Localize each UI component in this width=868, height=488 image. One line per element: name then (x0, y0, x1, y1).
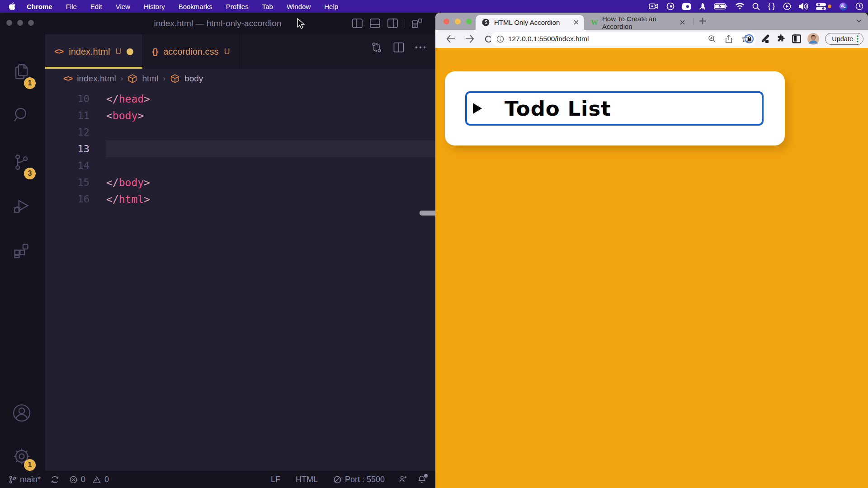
back-icon[interactable] (446, 35, 455, 43)
warnings-icon (92, 475, 101, 484)
account-icon[interactable] (12, 403, 32, 423)
problems-item[interactable]: 0 0 (69, 475, 109, 484)
git-status-flag: U (115, 47, 121, 56)
code-line-14[interactable]: 14 (45, 157, 435, 174)
line-content: <body> (106, 110, 144, 122)
chrome-tab-strip: HTML Only Accordion W How To Create an A… (435, 13, 868, 30)
darkmode-extension-icon[interactable] (792, 34, 802, 44)
apple-menu-icon[interactable] (9, 2, 16, 10)
control-center-icon[interactable] (816, 3, 831, 10)
breadcrumb-file[interactable]: index.html (77, 74, 116, 84)
chevron-right-icon: › (163, 74, 165, 83)
siri-icon[interactable] (839, 2, 848, 11)
rocket-icon[interactable] (698, 2, 706, 10)
colorpicker-extension-icon[interactable] (760, 34, 770, 44)
record-icon[interactable] (666, 2, 675, 10)
address-bar[interactable]: 127.0.0.1:5500/index.html (491, 32, 756, 46)
tab-search-chevron-icon[interactable] (856, 19, 862, 23)
eol-indicator[interactable]: LF (271, 475, 280, 484)
url-text[interactable]: 127.0.0.1:5500/index.html (508, 35, 589, 43)
search-icon[interactable] (12, 106, 31, 125)
profile-avatar[interactable] (807, 33, 819, 45)
zoom-window-button[interactable] (466, 19, 472, 24)
unsaved-changes-dot[interactable] (127, 48, 133, 55)
line-number: 11 (45, 110, 90, 121)
volume-icon[interactable] (799, 3, 808, 10)
clock-icon[interactable] (855, 2, 863, 10)
menu-item-history[interactable]: History (144, 3, 165, 10)
browser-tab-active[interactable]: HTML Only Accordion (476, 15, 584, 30)
tab-accordion-css[interactable]: {} accordion.css U (143, 34, 239, 69)
toggle-sidebar-icon[interactable] (352, 18, 363, 29)
sync-icon (51, 475, 59, 484)
menu-item-window[interactable]: Window (287, 3, 311, 10)
window-resize-sash[interactable] (420, 211, 437, 216)
language-mode[interactable]: HTML (296, 475, 318, 484)
breadcrumb-html[interactable]: html (142, 74, 158, 84)
git-branch-icon (8, 475, 17, 484)
tab-index-html[interactable]: <> index.html U (45, 34, 143, 69)
live-server-port[interactable]: Port : 5500 (333, 475, 385, 484)
wifi-icon[interactable] (735, 3, 745, 10)
battery-icon[interactable] (714, 3, 727, 9)
share-icon[interactable] (725, 35, 732, 43)
code-line-13[interactable]: 13 (45, 141, 435, 157)
facetime-icon[interactable] (682, 3, 691, 10)
source-control-badge: 3 (24, 168, 36, 179)
git-branch-item[interactable]: main* (8, 475, 41, 484)
menu-item-profiles[interactable]: Profiles (226, 3, 249, 10)
toggle-panel-icon[interactable] (369, 18, 381, 29)
site-info-icon[interactable] (496, 35, 504, 43)
code-line-15[interactable]: 15</body> (45, 174, 435, 191)
close-tab-icon[interactable] (680, 20, 685, 25)
notifications-item[interactable] (417, 475, 426, 484)
line-number: 16 (45, 193, 90, 205)
update-chrome-button[interactable]: Update (825, 33, 863, 45)
code-line-11[interactable]: 11<body> (45, 107, 435, 124)
customize-layout-icon[interactable] (411, 18, 423, 29)
line-content: </html> (106, 193, 150, 205)
close-tab-icon[interactable] (574, 20, 579, 25)
more-actions-icon[interactable] (415, 45, 426, 50)
open-changes-icon[interactable] (370, 41, 383, 54)
braces-menu-icon[interactable] (768, 3, 775, 10)
code-line-12[interactable]: 12 (45, 124, 435, 141)
chevron-right-icon: › (121, 74, 123, 83)
run-debug-icon[interactable] (12, 197, 31, 216)
code-editor[interactable]: 10</head>11<body>12131415</body>16</html… (45, 90, 435, 207)
screen: Chrome File Edit View History Bookmarks … (0, 0, 868, 488)
w3schools-favicon: W (591, 19, 598, 27)
menu-app-name[interactable]: Chrome (27, 3, 52, 10)
close-window-button[interactable] (443, 19, 449, 24)
minimize-window-button[interactable] (455, 19, 461, 24)
extensions-icon[interactable] (12, 241, 31, 260)
breadcrumb-body[interactable]: body (184, 74, 203, 84)
feedback-item[interactable] (398, 475, 407, 484)
screen-record-icon[interactable] (649, 3, 659, 9)
browser-tab-inactive[interactable]: W How To Create an Accordion (586, 15, 690, 30)
menu-item-file[interactable]: File (66, 3, 77, 10)
spotlight-search-icon[interactable] (752, 3, 760, 10)
forward-icon[interactable] (465, 35, 474, 43)
privacy-extension-icon[interactable] (744, 34, 754, 44)
extensions-puzzle-icon[interactable] (776, 34, 786, 44)
code-line-16[interactable]: 16</html> (45, 191, 435, 207)
warning-count: 0 (104, 475, 109, 484)
play-circle-icon[interactable] (783, 2, 791, 10)
toggle-secondary-sidebar-icon[interactable] (387, 18, 398, 29)
menu-item-help[interactable]: Help (324, 3, 338, 10)
css-file-icon: {} (152, 47, 158, 56)
zoom-page-icon[interactable] (708, 35, 716, 43)
menu-item-view[interactable]: View (116, 3, 130, 10)
menu-status-icons (649, 0, 863, 13)
menu-item-bookmarks[interactable]: Bookmarks (179, 3, 212, 10)
sync-changes-item[interactable] (51, 475, 59, 484)
accordion-title: Todo List (505, 97, 611, 121)
new-tab-icon[interactable] (699, 17, 707, 25)
menu-item-tab[interactable]: Tab (262, 3, 273, 10)
menu-item-edit[interactable]: Edit (90, 3, 102, 10)
code-line-10[interactable]: 10</head> (45, 90, 435, 107)
accordion-summary[interactable]: Todo List (465, 91, 764, 126)
split-editor-icon[interactable] (393, 42, 405, 53)
more-menu-icon (857, 35, 859, 42)
